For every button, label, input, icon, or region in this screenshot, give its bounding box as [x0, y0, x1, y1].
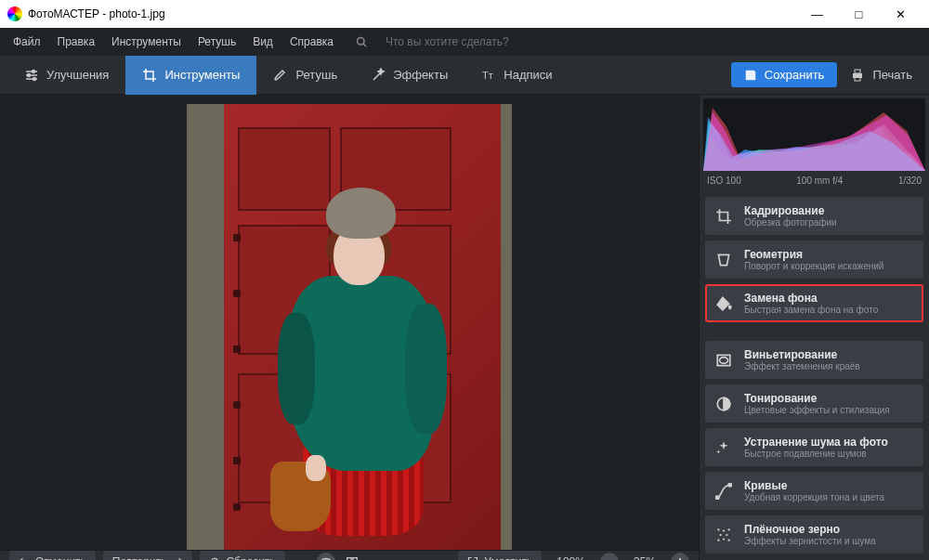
- svg-rect-10: [855, 70, 860, 73]
- menu-retouch[interactable]: Ретушь: [190, 32, 243, 52]
- crop-icon: [714, 207, 733, 226]
- print-icon: [850, 68, 865, 83]
- svg-point-26: [720, 533, 722, 535]
- tab-enhance[interactable]: Улучшения: [7, 56, 125, 95]
- zoom-out-button[interactable]: [600, 553, 619, 560]
- compare-button[interactable]: [343, 553, 361, 560]
- svg-point-30: [728, 539, 730, 540]
- wand-icon: [371, 68, 386, 83]
- maximize-button[interactable]: □: [838, 0, 880, 28]
- tool-denoise-desc: Быстрое подавление шумов: [744, 449, 888, 459]
- close-button[interactable]: ✕: [880, 0, 922, 28]
- tool-curves-desc: Удобная коррекция тона и цвета: [744, 492, 884, 502]
- app-icon: [7, 7, 22, 21]
- tab-effects-label: Эффекты: [393, 68, 448, 82]
- redo-button[interactable]: Повторить: [103, 551, 193, 560]
- reset-icon: [209, 556, 220, 560]
- curves-icon: [714, 482, 733, 501]
- menu-view[interactable]: Вид: [245, 32, 281, 52]
- tool-replace-bg-title: Замена фона: [744, 292, 878, 305]
- eye-button[interactable]: [317, 553, 335, 560]
- tool-geometry-title: Геометрия: [744, 248, 883, 261]
- tool-grain[interactable]: Плёночное зерно Эффекты зернистости и шу…: [705, 515, 923, 553]
- tool-toning-title: Тонирование: [744, 392, 890, 405]
- iso-value: ISO 100: [707, 176, 741, 186]
- tool-curves-title: Кривые: [744, 479, 884, 492]
- svg-line-1: [363, 44, 366, 46]
- tool-crop[interactable]: Кадрирование Обрезка фотографии: [705, 197, 923, 235]
- histogram[interactable]: [703, 98, 925, 171]
- shutter-value: 1/320: [898, 176, 922, 186]
- redo-label: Повторить: [112, 555, 167, 560]
- tool-curves[interactable]: Кривые Удобная коррекция тона и цвета: [705, 472, 923, 510]
- reset-label: Сбросить: [226, 555, 275, 560]
- tab-retouch[interactable]: Ретушь: [256, 56, 354, 95]
- tool-vignette[interactable]: Виньетирование Эффект затемнения краёв: [705, 341, 923, 379]
- tool-denoise[interactable]: Устранение шума на фото Быстрое подавлен…: [705, 428, 923, 466]
- tool-vignette-desc: Эффект затемнения краёв: [744, 361, 860, 371]
- svg-point-5: [33, 70, 35, 72]
- reset-button[interactable]: Сбросить: [200, 551, 284, 560]
- svg-point-29: [723, 538, 725, 540]
- svg-point-24: [723, 529, 725, 531]
- print-label: Печать: [872, 68, 912, 82]
- sparkle-icon: [714, 438, 733, 457]
- sidebar: ISO 100 100 mm f/4 1/320 Кадрирование Об…: [699, 95, 929, 560]
- tool-vignette-title: Виньетирование: [744, 348, 860, 361]
- tool-toning[interactable]: Тонирование Цветовые эффекты и стилизаци…: [705, 384, 923, 423]
- grain-icon: [714, 526, 733, 544]
- tool-geometry[interactable]: Геометрия Поворот и коррекция искажений: [705, 241, 923, 279]
- zoom-value: 35%: [626, 555, 663, 560]
- svg-point-21: [716, 496, 719, 499]
- undo-label: Отменить: [35, 555, 86, 560]
- tool-crop-title: Кадрирование: [744, 204, 837, 217]
- fit-icon: [467, 556, 478, 560]
- tool-geometry-desc: Поворот и коррекция искажений: [744, 261, 883, 271]
- tab-effects[interactable]: Эффекты: [354, 56, 464, 95]
- save-button[interactable]: Сохранить: [731, 62, 838, 87]
- menu-edit[interactable]: Правка: [50, 32, 103, 52]
- tool-replace-bg-desc: Быстрая замена фона на фото: [744, 305, 878, 315]
- crop-icon: [142, 68, 157, 83]
- menubar: Файл Правка Инструменты Ретушь Вид Справ…: [0, 28, 929, 56]
- tab-tools-label: Инструменты: [164, 68, 240, 82]
- brush-icon: [273, 68, 288, 83]
- search-hint[interactable]: Что вы хотите сделать?: [378, 32, 517, 52]
- svg-point-25: [728, 528, 730, 530]
- tool-grain-title: Плёночное зерно: [744, 523, 876, 536]
- histogram-info: ISO 100 100 mm f/4 1/320: [700, 173, 929, 191]
- menu-file[interactable]: Файл: [6, 32, 48, 52]
- menu-help[interactable]: Справка: [282, 32, 341, 52]
- tool-list: Кадрирование Обрезка фотографии Геометри…: [700, 191, 929, 559]
- tab-retouch-label: Ретушь: [295, 68, 337, 82]
- tab-enhance-label: Улучшения: [46, 68, 109, 82]
- main-tabs: Улучшения Инструменты Ретушь Эффекты Tт …: [0, 56, 929, 95]
- svg-point-22: [728, 483, 731, 486]
- fit-button[interactable]: Уместить: [458, 551, 542, 560]
- fit-label: Уместить: [484, 555, 532, 560]
- tab-tools[interactable]: Инструменты: [125, 56, 256, 95]
- print-button[interactable]: Печать: [850, 68, 912, 83]
- zoom-in-button[interactable]: [671, 553, 689, 560]
- tool-replace-bg[interactable]: Замена фона Быстрая замена фона на фото: [705, 284, 923, 322]
- titlebar: ФотоМАСТЕР - photo-1.jpg — □ ✕: [0, 0, 929, 28]
- svg-point-23: [717, 528, 719, 530]
- save-icon: [744, 69, 757, 82]
- tab-captions[interactable]: Tт Надписи: [464, 56, 569, 95]
- undo-icon: [19, 556, 30, 560]
- tool-toning-desc: Цветовые эффекты и стилизация: [744, 405, 890, 415]
- undo-button[interactable]: Отменить: [9, 551, 96, 560]
- search-icon: [348, 33, 374, 51]
- menu-tools[interactable]: Инструменты: [104, 32, 189, 52]
- tool-denoise-title: Устранение шума на фото: [744, 436, 888, 449]
- canvas-view[interactable]: [0, 95, 699, 550]
- vignette-icon: [714, 351, 733, 370]
- lens-value: 100 mm f/4: [796, 176, 843, 186]
- svg-text:Tт: Tт: [482, 70, 493, 81]
- text-icon: Tт: [481, 68, 496, 83]
- zoom-100[interactable]: 100%: [549, 555, 593, 560]
- tool-grain-desc: Эффекты зернистости и шума: [744, 536, 876, 546]
- svg-point-7: [33, 77, 36, 80]
- minimize-button[interactable]: —: [796, 0, 838, 28]
- tab-captions-label: Надписи: [504, 68, 552, 82]
